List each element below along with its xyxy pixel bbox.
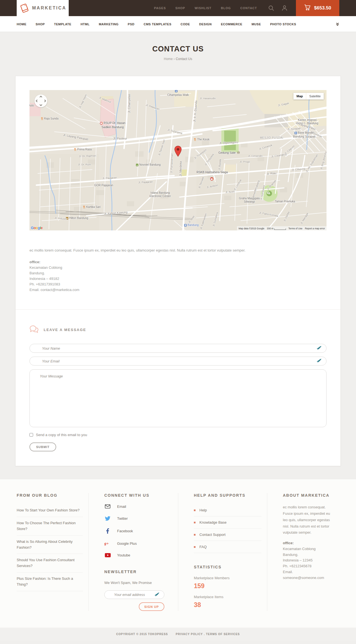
svg-text:H: H [101, 122, 102, 124]
breadcrumb: Home › Contact Us [0, 57, 356, 61]
map-labels: Cihampelas WalkJl. HasanudinJl. Haji Yas… [29, 90, 327, 230]
social-link-facebook[interactable]: Facebook [104, 528, 172, 534]
map-label: Bandung [184, 223, 199, 227]
topnav-item-blog[interactable]: BLOG [221, 6, 231, 10]
map-label: Novotel Bandung [136, 163, 161, 167]
map-label: Jl. Tirtayasa [204, 153, 214, 166]
social-link-twitter[interactable]: Twitter [104, 516, 172, 521]
map-label: Jl. Diponegoro [219, 140, 238, 145]
contact-intro: ec mollis lorem consequat. Fusce ipsum e… [29, 248, 327, 253]
map-label: Jl. Sumatera [212, 212, 219, 227]
nav-item-code[interactable]: CODE [181, 23, 190, 26]
nav-item-photo-stocks[interactable]: PHOTO STOCKS [270, 23, 296, 26]
twitter-icon [104, 516, 111, 521]
footer-connect-column: CONNECT WITH US Email Twitter [88, 493, 178, 611]
signup-button[interactable]: SIGN UP [139, 602, 164, 611]
submit-button[interactable]: SUBMIT [29, 442, 56, 451]
top-header: MARKETICA PAGES SHOP WISHLIST BLOG CONTA… [0, 0, 356, 16]
name-input[interactable] [29, 344, 327, 353]
svg-text:g+: g+ [104, 541, 109, 546]
help-link[interactable]: Knowladge Base [194, 516, 261, 529]
map-label: Graha ManggalaSiliwangi [239, 197, 260, 203]
social-link-google-plus[interactable]: g+ Google Plus [104, 541, 172, 546]
nav-item-marketing[interactable]: MARKETING [99, 23, 118, 26]
nav-item-html[interactable]: HTML [81, 23, 90, 26]
map-view-button[interactable]: Map [293, 93, 306, 100]
newsletter-email-input[interactable] [104, 590, 164, 599]
privacy-policy-link[interactable]: PRIVACY POLICY [176, 633, 203, 636]
nav-item-ecommerce[interactable]: ECOMMERCE [221, 23, 242, 26]
terms-of-use-link[interactable]: Terms of Use [288, 227, 302, 230]
map-label: Jl. Sumbawa [260, 185, 266, 200]
blog-post-link[interactable]: How To Choose The Perfect Fashion Store? [17, 517, 83, 536]
map-label: Jl. Wr. Supratman [305, 153, 319, 173]
report-map-error-link[interactable]: Report a map error [305, 227, 325, 230]
search-icon[interactable] [268, 5, 274, 11]
google-map[interactable]: Cihampelas WalkJl. HasanudinJl. Haji Yas… [29, 90, 327, 230]
blog-post-link[interactable]: Should You Use Fashion Consultant Servic… [17, 554, 83, 573]
send-copy-option: Send a copy of this email to you [29, 433, 327, 437]
map-label: Jl. Lombok [233, 178, 242, 191]
map-label: H [210, 177, 214, 181]
page-title: CONTACT US [0, 45, 356, 53]
map-label: Jl. Dr. Rum [78, 163, 91, 166]
email-input[interactable] [29, 357, 327, 365]
map-label [237, 151, 241, 154]
office-label: office: [29, 259, 327, 265]
user-icon[interactable] [281, 5, 288, 11]
nav-item-home[interactable]: HOME [17, 23, 26, 26]
send-copy-checkbox[interactable] [29, 433, 33, 437]
topnav-item-contact[interactable]: CONTACT [240, 6, 257, 10]
topnav-item-wishlist[interactable]: WISHLIST [195, 6, 212, 10]
help-link[interactable]: Contact Support [194, 529, 261, 541]
hotel-map-icon [136, 164, 139, 167]
map-pan-control[interactable] [34, 95, 47, 107]
help-link[interactable]: FAQ [194, 541, 261, 553]
map-scalebar [274, 228, 286, 230]
bullet-icon [194, 534, 196, 536]
nav-item-shop[interactable]: SHOP [36, 23, 45, 26]
main-nav: HOME SHOP TEMPLATE HTML MARKETING PSD CM… [0, 16, 356, 32]
map-label: Jl. Taman Sari [158, 139, 166, 156]
map-label: GOR Pajajaran [94, 184, 113, 187]
google-plus-icon: g+ [104, 541, 111, 546]
breadcrumb-home-link[interactable]: Home [164, 57, 173, 61]
blog-post-link[interactable]: What is So Alluring About Celebrity Fash… [17, 536, 83, 554]
stat-items-value: 38 [194, 601, 261, 609]
speech-bubbles-icon [29, 325, 39, 334]
message-textarea[interactable] [29, 369, 327, 427]
map-label: Jl. Kalimantan [199, 213, 207, 230]
map-label: Jl. Pajajaran [102, 176, 117, 180]
topnav-item-pages[interactable]: PAGES [154, 6, 166, 10]
brand-logo[interactable]: MARKETICA [17, 0, 69, 16]
social-link-youtube[interactable]: Youtube [104, 553, 172, 557]
map-label: Jl. Ir. H. Djuanda [192, 100, 198, 122]
map-label: Jl. Merdeka [179, 161, 182, 176]
nav-item-design[interactable]: DESIGN [199, 23, 212, 26]
footer-blog-column: FROM OUR BLOG How To Start Your Own Fash… [17, 493, 88, 611]
office-line: Bandung. [29, 270, 327, 276]
nav-item-psd[interactable]: PSD [128, 23, 134, 26]
cart-icon [304, 4, 311, 12]
map-label: Asto [29, 104, 34, 107]
nav-item-template[interactable]: TEMPLATE [54, 23, 71, 26]
topnav-item-shop[interactable]: SHOP [175, 6, 185, 10]
nav-item-muse[interactable]: MUSE [251, 23, 261, 26]
office-line: Ph. +62817391083 [29, 282, 327, 287]
social-link-email[interactable]: Email [104, 504, 172, 509]
about-office-block: office: Kecamatan Coblong Bandung. Indon… [283, 540, 334, 581]
food-map-icon [194, 138, 196, 142]
cart-button[interactable]: $653.50 [296, 0, 339, 16]
office-line: Bandung. [283, 552, 334, 558]
museum-map-icon [237, 151, 240, 154]
blog-post-link[interactable]: How To Start Your Own Fashion Store? [17, 504, 83, 517]
nav-item-cms-templates[interactable]: CMS TEMPLATES [144, 23, 171, 26]
terms-of-services-link[interactable]: TERMS OF SERVICES [206, 633, 240, 636]
map-label: Jl. Cisangkuy [271, 152, 287, 158]
content-card: Cihampelas WalkJl. HasanudinJl. Haji Yas… [15, 76, 341, 466]
bullet-icon [194, 522, 196, 523]
help-link[interactable]: Help [194, 504, 261, 516]
satellite-view-button[interactable]: Satellite [306, 93, 324, 100]
blog-post-link[interactable]: Plus Size Fashion: Is There Such a Thing… [17, 573, 83, 591]
nav-more-chevron-icon[interactable] [336, 22, 339, 26]
